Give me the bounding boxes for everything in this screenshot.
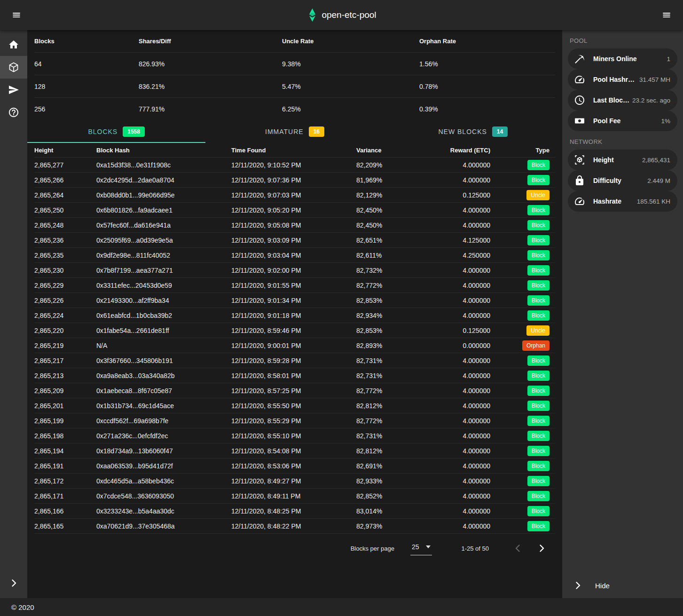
type-badge: Uncle [526,325,550,336]
prev-page-button[interactable] [510,540,526,557]
height-cell: 2,865,213 [34,372,96,379]
right-menu-button[interactable] [657,5,676,25]
height-cell: 2,865,165 [34,522,96,530]
type-cell: Block [490,355,555,366]
type-badge: Block [527,386,550,396]
next-page-button[interactable] [533,540,550,557]
reward-cell: 4.000000 [427,221,490,229]
type-badge: Block [527,205,550,215]
time-cell: 12/11/2020, 9:01:18 PM [231,312,356,319]
tab-new-blocks[interactable]: NEW BLOCKS14 [384,120,562,143]
height-cell: 2,865,194 [34,447,96,455]
stats-cell: 777.91% [139,105,282,113]
nav-spacer [0,124,27,572]
hamburger-icon [662,10,671,20]
stats-row: 256777.91%6.25%0.39% [34,98,555,120]
type-cell: Block [490,371,555,381]
type-badge: Block [527,235,550,245]
stats-header-row: BlocksShares/DiffUncle RateOrphan Rate [34,30,555,53]
menu-button[interactable] [7,5,26,25]
hash-cell: 0x1b31b734...69c1d45ace [96,402,231,410]
tab-blocks[interactable]: BLOCKS1558 [27,120,205,143]
pool-stat-pool-hashrate: Pool Hashrate31.457 MH [568,69,677,90]
stats-cell: 5.47% [282,83,419,90]
side-item-label: Last Block Found [593,96,630,104]
height-cell: 2,865,277 [34,161,96,169]
stats-header-cell: Blocks [34,38,139,45]
right-sidebar: POOL Miners Online1Pool Hashrate31.457 M… [562,30,683,598]
block-row: 2,865,1910xaa063539...b95d41d72f12/11/20… [34,458,555,474]
type-cell: Block [490,310,555,321]
reward-cell: 4.000000 [427,417,490,425]
send-icon [8,84,19,95]
stats-cell: 1.56% [419,60,555,68]
height-cell: 2,865,166 [34,507,96,515]
time-cell: 12/11/2020, 9:07:36 PM [231,176,356,184]
stats-header-cell: Shares/Diff [139,38,282,45]
block-row: 2,865,2480x57fec60f...da616e941a12/11/20… [34,218,555,233]
type-badge: Block [527,506,550,516]
type-badge: Block [527,220,550,230]
block-row: 2,865,2660x2dc4295d...2dae0a870412/11/20… [34,173,555,188]
side-item-label: Pool Hashrate [593,76,637,83]
page-range: 1-25 of 50 [461,545,489,552]
variance-cell: 82,772% [356,417,427,425]
type-cell: Block [490,431,555,441]
nav-item-blocks[interactable] [0,56,27,79]
expand-nav-button[interactable] [0,572,27,594]
height-cell: 2,865,248 [34,221,96,229]
tab-immature[interactable]: IMMATURE16 [205,120,384,143]
nav-item-home[interactable] [0,33,27,56]
variance-cell: 82,973% [356,522,427,530]
reward-cell: 4.000000 [427,357,490,364]
network-stat-height: Height2,865,431 [568,150,677,170]
hash-cell: 0x3233243e...b5a4aa30dc [96,507,231,515]
reward-cell: 0.000000 [427,342,490,349]
stats-cell: 9.38% [282,60,419,68]
variance-cell: 82,450% [356,221,427,229]
side-item-value: 185.561 KH [637,198,670,205]
height-cell: 2,865,217 [34,357,96,364]
lock-icon [574,175,585,186]
time-cell: 12/11/2020, 8:54:08 PM [231,447,356,455]
time-cell: 12/11/2020, 9:03:04 PM [231,252,356,259]
reward-cell: 4.250000 [427,252,490,259]
stats-cell: 836.21% [139,83,282,90]
type-badge: Block [527,461,550,471]
type-cell: Block [490,205,555,215]
cube-icon [8,62,19,73]
type-cell: Block [490,175,555,185]
time-cell: 12/11/2020, 9:05:08 PM [231,221,356,229]
home-icon [8,39,19,50]
pool-stat-miners-online: Miners Online1 [568,48,677,69]
per-page-value: 25 [412,543,419,551]
type-badge: Block [527,431,550,441]
tab-count-badge: 1558 [123,126,145,137]
nav-item-payments[interactable] [0,79,27,101]
hash-cell: 0xa70621d9...37e305468a [96,522,231,530]
height-cell: 2,865,171 [34,492,96,500]
nav-item-help[interactable] [0,101,27,124]
tab-label: NEW BLOCKS [438,128,487,135]
variance-cell: 82,934% [356,312,427,319]
hash-cell: 0x7cdce548...3636093050 [96,492,231,500]
height-cell: 2,865,250 [34,206,96,214]
tab-label: BLOCKS [88,128,118,135]
reward-cell: 4.000000 [427,522,490,530]
height-cell: 2,865,266 [34,176,96,184]
block-row: 2,865,1940x18d734a9...13b6060f4712/11/20… [34,443,555,458]
type-cell: Block [490,160,555,170]
stats-header-cell: Orphan Rate [419,38,555,45]
etc-logo-icon [306,8,317,22]
block-row: 2,865,2090x1aebeca8...8f67c05e8712/11/20… [34,383,555,398]
time-cell: 12/11/2020, 8:49:27 PM [231,477,356,485]
per-page-select[interactable]: 25 [410,541,432,555]
hide-sidebar-button[interactable]: Hide [562,573,683,598]
variance-cell: 82,853% [356,327,427,334]
tabs: BLOCKS1558IMMATURE16NEW BLOCKS14 [27,120,562,143]
block-row: 2,865,2260x21493300...af2ff9ba3412/11/20… [34,293,555,308]
hash-cell: 0x2dc4295d...2dae0a8704 [96,176,231,184]
height-cell: 2,865,235 [34,252,96,259]
brand: open-etc-pool [306,8,376,22]
hash-cell: 0x18d734a9...13b6060f47 [96,447,231,455]
